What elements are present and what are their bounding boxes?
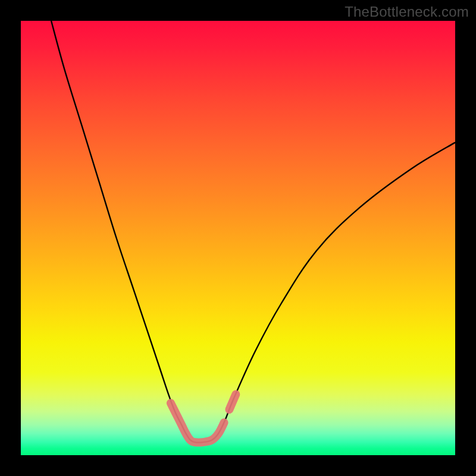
bottleneck-curve (51, 21, 455, 443)
watermark-text: TheBottleneck.com (345, 4, 469, 20)
chart-frame: TheBottleneck.com (0, 0, 476, 476)
highlight-segment-2 (229, 394, 236, 410)
plot-area (21, 21, 455, 455)
highlight-segment (171, 403, 224, 442)
curve-layer (21, 21, 455, 455)
